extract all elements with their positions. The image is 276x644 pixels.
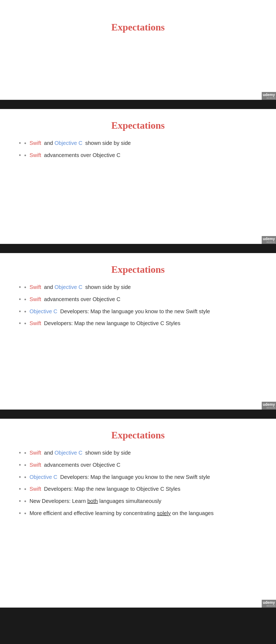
udemy-watermark-1: udemy 00:00:23 bbox=[262, 92, 276, 100]
file-info-line4: Video: h264, yuv420p, 1920x1080, 30.00 f… bbox=[1, 13, 131, 17]
bullet-3-2-text: Swift advancements over Objective C bbox=[29, 295, 120, 303]
bullet-3-4: • Swift Developers: Map the new language… bbox=[19, 319, 260, 328]
swift-3-4: Swift bbox=[29, 320, 41, 326]
dot-4-2: • bbox=[24, 461, 26, 469]
udemy-logo-4: udemy bbox=[263, 600, 275, 605]
slide-2: Expectations • Swift and Objective C sho… bbox=[0, 109, 276, 244]
swift-4-4: Swift bbox=[29, 486, 41, 492]
bullet-4-3: • Objective C Developers: Map the langua… bbox=[19, 473, 260, 482]
slide-wrapper-4: Expectations • Swift and Objective C sho… bbox=[0, 419, 276, 609]
swift-label-2-2: Swift bbox=[29, 152, 41, 158]
new-dev-text: New Developers: Learn bbox=[29, 498, 87, 504]
bullet-4-4-text: Swift Developers: Map the new language t… bbox=[29, 485, 180, 493]
rest-4-4: Developers: Map the new language to Obje… bbox=[44, 486, 180, 492]
objc-4-3: Objective C bbox=[29, 474, 57, 480]
dot-4-6: • bbox=[24, 509, 26, 518]
dot-4-5: • bbox=[24, 497, 26, 506]
slide-2-bullets: • Swift and Objective C shown side by si… bbox=[16, 139, 260, 160]
solely-underline: solely bbox=[157, 510, 171, 516]
udemy-logo-1: udemy bbox=[263, 93, 275, 97]
slide-wrapper-3: Expectations • Swift and Objective C sho… bbox=[0, 253, 276, 411]
objc-3-1: Objective C bbox=[54, 284, 82, 290]
objc-label-2-1: Objective C bbox=[54, 140, 82, 146]
slide-wrapper-2: Expectations • Swift and Objective C sho… bbox=[0, 109, 276, 245]
bullet-4-1-text: Swift and Objective C shown side by side bbox=[29, 449, 131, 456]
swift-3-1: Swift bbox=[29, 284, 41, 290]
swift-3-2: Swift bbox=[29, 296, 41, 302]
efficient-text: More efficient and effective learning by… bbox=[29, 510, 157, 516]
udemy-time-2: 00:00:46 bbox=[263, 241, 275, 243]
bullet-3-1-text: Swift and Objective C shown side by side bbox=[29, 283, 131, 291]
slide-3-title: Expectations bbox=[16, 264, 260, 275]
udemy-logo-2: udemy bbox=[263, 237, 275, 241]
bullet-4-5: • New Developers: Learn both languages s… bbox=[19, 497, 260, 506]
dot-4-4: • bbox=[24, 485, 26, 493]
bullet-4-5-text: New Developers: Learn both languages sim… bbox=[29, 497, 161, 505]
bullet-2-2-text: Swift advancements over Objective C bbox=[29, 151, 120, 159]
dot-3-3: • bbox=[24, 308, 26, 316]
swift-label-2-1: Swift bbox=[29, 140, 41, 146]
file-info-line5: Generated by Thumbnail.me bbox=[1, 17, 131, 21]
slide-4-bullets: • Swift and Objective C shown side by si… bbox=[16, 449, 260, 518]
udemy-watermark-3: udemy 00:01:09 bbox=[262, 402, 276, 410]
rest-text-2-1: shown side by side bbox=[85, 140, 131, 146]
rest-3-2: advancements over Objective C bbox=[44, 296, 120, 302]
and-3-1: and bbox=[44, 284, 54, 290]
rest-4-1: shown side by side bbox=[85, 450, 131, 456]
objc-4-1: Objective C bbox=[54, 450, 82, 456]
rest-3-3: Developers: Map the language you know to… bbox=[60, 308, 210, 314]
bullet-4-2: • Swift advancements over Objective C bbox=[19, 461, 260, 469]
rest-3-4: Developers: Map the new language to Obje… bbox=[44, 320, 180, 326]
new-dev-text2: languages simultaneously bbox=[99, 498, 161, 504]
rest-3-1: shown side by side bbox=[85, 284, 131, 290]
slide-1-title: Expectations bbox=[16, 22, 260, 33]
udemy-watermark-2: udemy 00:00:46 bbox=[262, 236, 276, 244]
file-info-line3: Audio: aac, 48000 Hz, stereo (und) bbox=[1, 9, 131, 13]
bullet-dot-2: • bbox=[24, 151, 26, 160]
bullet-3-2: • Swift advancements over Objective C bbox=[19, 295, 260, 304]
bullet-4-3-text: Objective C Developers: Map the language… bbox=[29, 473, 210, 481]
udemy-time-3: 00:01:09 bbox=[263, 407, 275, 409]
udemy-time-1: 00:00:23 bbox=[263, 97, 275, 99]
bullet-4-1: • Swift and Objective C shown side by si… bbox=[19, 449, 260, 457]
objc-3-3: Objective C bbox=[29, 308, 57, 314]
bullet-4-2-text: Swift advancements over Objective C bbox=[29, 461, 120, 469]
dot-3-1: • bbox=[24, 283, 26, 292]
on-languages-text: on the languages bbox=[172, 510, 213, 516]
slide-2-title: Expectations bbox=[16, 120, 260, 131]
bullet-3-3: • Objective C Developers: Map the langua… bbox=[19, 308, 260, 316]
rest-4-2: advancements over Objective C bbox=[44, 462, 120, 468]
bullet-2-1-text: Swift and Objective C shown side by side bbox=[29, 139, 131, 147]
bullet-2-1: • Swift and Objective C shown side by si… bbox=[19, 139, 260, 148]
bullet-4-6: • More efficient and effective learning … bbox=[19, 509, 260, 518]
bullet-3-1: • Swift and Objective C shown side by si… bbox=[19, 283, 260, 292]
bullet-3-4-text: Swift Developers: Map the new language t… bbox=[29, 319, 180, 327]
udemy-time-4: 00:01:53 bbox=[263, 605, 275, 607]
dot-4-1: • bbox=[24, 449, 26, 457]
bullet-dot: • bbox=[24, 139, 26, 148]
dot-3-2: • bbox=[24, 295, 26, 304]
udemy-watermark-4: udemy 00:01:53 bbox=[262, 600, 276, 608]
bullet-4-4: • Swift Developers: Map the new language… bbox=[19, 485, 260, 493]
swift-4-1: Swift bbox=[29, 450, 41, 456]
rest-text-2-2: advancements over Objective C bbox=[44, 152, 120, 158]
dot-4-3: • bbox=[24, 473, 26, 482]
bullet-2-2: • Swift advancements over Objective C bbox=[19, 151, 260, 160]
bullet-4-6-text: More efficient and effective learning by… bbox=[29, 509, 213, 517]
udemy-logo-3: udemy bbox=[263, 402, 275, 407]
and-4-1: and bbox=[44, 450, 54, 456]
file-info-line1: File: 001 Introduction.mp4 bbox=[1, 1, 131, 5]
file-info-line2: Size: 8850921 bytes (8.44 MiB), duration… bbox=[1, 5, 131, 9]
slide-3: Expectations • Swift and Objective C sho… bbox=[0, 253, 276, 410]
slide-3-bullets: • Swift and Objective C shown side by si… bbox=[16, 283, 260, 328]
and-text-2-1: and bbox=[44, 140, 54, 146]
file-info-block: File: 001 Introduction.mp4 Size: 8850921… bbox=[0, 0, 132, 22]
both-underline: both bbox=[87, 498, 98, 504]
swift-4-2: Swift bbox=[29, 462, 41, 468]
dot-3-4: • bbox=[24, 319, 26, 328]
slide-4-title: Expectations bbox=[16, 430, 260, 441]
slide-4: Expectations • Swift and Objective C sho… bbox=[0, 419, 276, 608]
bullet-3-3-text: Objective C Developers: Map the language… bbox=[29, 308, 210, 315]
rest-4-3: Developers: Map the language you know to… bbox=[60, 474, 210, 480]
